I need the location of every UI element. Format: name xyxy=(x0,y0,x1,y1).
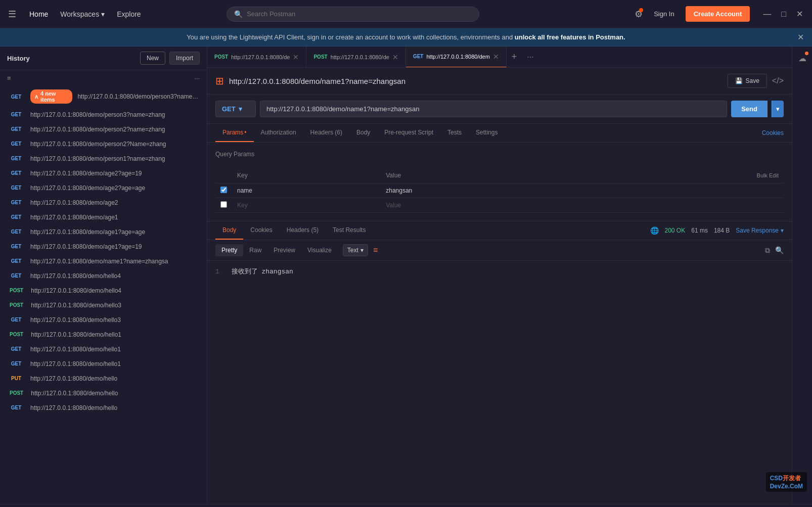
method-badge: GET xyxy=(7,125,25,133)
tab-post-1[interactable]: POST http://127.0.0.1:8080/de ✕ xyxy=(207,47,306,68)
import-button[interactable]: Import xyxy=(169,52,200,65)
param-value-placeholder[interactable]: Value xyxy=(381,198,595,213)
status-code: 200 OK xyxy=(665,227,686,234)
history-url: http://127.0.0.1:8080/demo/hello4 xyxy=(31,287,121,294)
request-title: http://127.0.0.1:8080/demo/name1?name=zh… xyxy=(229,77,723,85)
response-body-tab-visualize[interactable]: Visualize xyxy=(301,244,338,256)
list-item[interactable]: GEThttp://127.0.0.1:8080/demo/age2 xyxy=(0,195,207,210)
list-item[interactable]: GEThttp://127.0.0.1:8080/demo/hello3 xyxy=(0,312,207,327)
method-select[interactable]: GET ▾ xyxy=(215,101,256,117)
response-body-tab-preview[interactable]: Preview xyxy=(267,244,301,256)
tab-get-active[interactable]: GET http://127.0.0.1:8080/dem ✕ xyxy=(406,47,507,68)
response-body-tab-pretty[interactable]: Pretty xyxy=(215,244,243,256)
list-item[interactable]: GEThttp://127.0.0.1:8080/demo/hello1 xyxy=(0,356,207,371)
list-item[interactable]: POSThttp://127.0.0.1:8080/demo/hello1 xyxy=(0,327,207,342)
tab-settings[interactable]: Settings xyxy=(469,124,505,142)
list-item[interactable]: GEThttp://127.0.0.1:8080/demo/age2?age=a… xyxy=(0,180,207,195)
add-tab-icon[interactable]: + xyxy=(507,47,522,68)
new-items-badge[interactable]: ∧ 4 new items xyxy=(30,89,72,104)
bulk-edit-button[interactable]: Bulk Edit xyxy=(757,172,779,178)
nav-explore[interactable]: Explore xyxy=(112,7,146,21)
nav-home[interactable]: Home xyxy=(24,7,53,21)
code-icon[interactable]: </> xyxy=(772,76,784,85)
response-tab-cookies[interactable]: Cookies xyxy=(243,221,279,240)
response-tabs: Body Cookies Headers (5) Test Results 🌐 … xyxy=(207,221,792,240)
tab-headers[interactable]: Headers (6) xyxy=(303,124,349,142)
url-input[interactable] xyxy=(260,101,727,117)
response-size: 184 B xyxy=(714,227,730,234)
send-dropdown-button[interactable]: ▾ xyxy=(772,101,784,117)
response-tab-test-results[interactable]: Test Results xyxy=(326,221,373,240)
text-format-select[interactable]: Text ▾ xyxy=(343,244,368,256)
response-body-tab-raw[interactable]: Raw xyxy=(243,244,267,256)
list-item[interactable]: POSThttp://127.0.0.1:8080/demo/hello3 xyxy=(0,298,207,312)
globe-icon[interactable]: 🌐 xyxy=(650,226,659,235)
new-button[interactable]: New xyxy=(140,52,165,65)
table-row: name zhangsan xyxy=(215,183,784,198)
method-badge: GET xyxy=(7,360,25,367)
copy-response-button[interactable]: ⧉ xyxy=(765,246,770,255)
list-item[interactable]: GET ∧ 4 new items http://127.0.0.1:8080/… xyxy=(0,86,207,107)
filter-icon[interactable]: ≡ xyxy=(7,74,11,82)
tab-body[interactable]: Body xyxy=(349,124,377,142)
list-item[interactable]: GEThttp://127.0.0.1:8080/demo/name1?name… xyxy=(0,254,207,268)
list-item[interactable]: GEThttp://127.0.0.1:8080/demo/age1?age=1… xyxy=(0,239,207,254)
search-input[interactable] xyxy=(247,10,472,18)
list-item[interactable]: GEThttp://127.0.0.1:8080/demo/person2?Na… xyxy=(0,136,207,151)
tab-close-icon[interactable]: ✕ xyxy=(392,53,398,61)
create-account-button[interactable]: Create Account xyxy=(686,6,750,22)
method-badge: GET xyxy=(7,243,25,250)
side-icons: ☁ xyxy=(792,47,812,504)
search-bar[interactable]: 🔍 xyxy=(227,7,479,22)
maximize-button[interactable]: □ xyxy=(778,7,789,21)
list-item[interactable]: GEThttp://127.0.0.1:8080/demo/person1?na… xyxy=(0,151,207,166)
banner-close-icon[interactable]: ✕ xyxy=(797,32,804,42)
tabs-more-icon[interactable]: ··· xyxy=(522,47,538,68)
list-item[interactable]: GEThttp://127.0.0.1:8080/demo/person3?na… xyxy=(0,107,207,122)
tab-post-2[interactable]: POST http://127.0.0.1:8080/de ✕ xyxy=(306,47,405,68)
response-tab-body[interactable]: Body xyxy=(215,221,243,240)
tab-params[interactable]: Params xyxy=(215,124,254,142)
tab-close-icon[interactable]: ✕ xyxy=(493,53,499,61)
sort-icon[interactable]: ≡ xyxy=(373,246,378,255)
history-list: GET ∧ 4 new items http://127.0.0.1:8080/… xyxy=(0,86,207,504)
history-url: http://127.0.0.1:8080/demo/age1 xyxy=(30,214,118,221)
send-button[interactable]: Send xyxy=(731,101,768,117)
menu-icon[interactable]: ☰ xyxy=(6,7,18,22)
search-response-button[interactable]: 🔍 xyxy=(775,246,784,255)
tab-tests[interactable]: Tests xyxy=(440,124,469,142)
search-icon: 🔍 xyxy=(234,10,243,18)
list-item[interactable]: GEThttp://127.0.0.1:8080/demo/person2?na… xyxy=(0,122,207,136)
param-value[interactable]: zhangsan xyxy=(381,183,595,198)
response-tab-headers[interactable]: Headers (5) xyxy=(280,221,326,240)
list-item[interactable]: PUThttp://127.0.0.1:8080/demo/hello xyxy=(0,371,207,386)
param-key-placeholder[interactable]: Key xyxy=(232,198,381,213)
param-checkbox[interactable] xyxy=(220,201,227,208)
response-time: 61 ms xyxy=(691,227,708,234)
param-key[interactable]: name xyxy=(232,183,381,198)
settings-icon[interactable]: ⚙ xyxy=(635,9,643,20)
save-button[interactable]: 💾 Save xyxy=(728,74,767,88)
sidebar-more-icon[interactable]: ··· xyxy=(194,74,200,82)
list-item[interactable]: GEThttp://127.0.0.1:8080/demo/hello xyxy=(0,400,207,415)
close-button[interactable]: ✕ xyxy=(793,7,806,21)
list-item[interactable]: POSThttp://127.0.0.1:8080/demo/hello xyxy=(0,386,207,400)
list-item[interactable]: POSThttp://127.0.0.1:8080/demo/hello4 xyxy=(0,283,207,298)
param-checkbox[interactable] xyxy=(220,187,227,193)
save-response-button[interactable]: Save Response ▾ xyxy=(736,227,784,234)
list-item[interactable]: GEThttp://127.0.0.1:8080/demo/age2?age=1… xyxy=(0,166,207,180)
signin-button[interactable]: Sign In xyxy=(649,7,679,21)
list-item[interactable]: GEThttp://127.0.0.1:8080/demo/age1 xyxy=(0,210,207,224)
tab-close-icon[interactable]: ✕ xyxy=(293,53,299,61)
minimize-button[interactable]: — xyxy=(760,7,774,21)
cookies-link[interactable]: Cookies xyxy=(762,129,784,136)
tab-pre-request-script[interactable]: Pre-request Script xyxy=(377,124,440,142)
method-badge: GET xyxy=(7,228,25,236)
cloud-icon[interactable]: ☁ xyxy=(795,51,809,66)
tab-authorization[interactable]: Authorization xyxy=(254,124,303,142)
params-table-header: Query Params xyxy=(215,151,784,164)
nav-workspaces[interactable]: Workspaces ▾ xyxy=(55,7,110,21)
list-item[interactable]: GEThttp://127.0.0.1:8080/demo/hello4 xyxy=(0,268,207,283)
list-item[interactable]: GEThttp://127.0.0.1:8080/demo/age1?age=a… xyxy=(0,224,207,239)
list-item[interactable]: GEThttp://127.0.0.1:8080/demo/hello1 xyxy=(0,342,207,356)
